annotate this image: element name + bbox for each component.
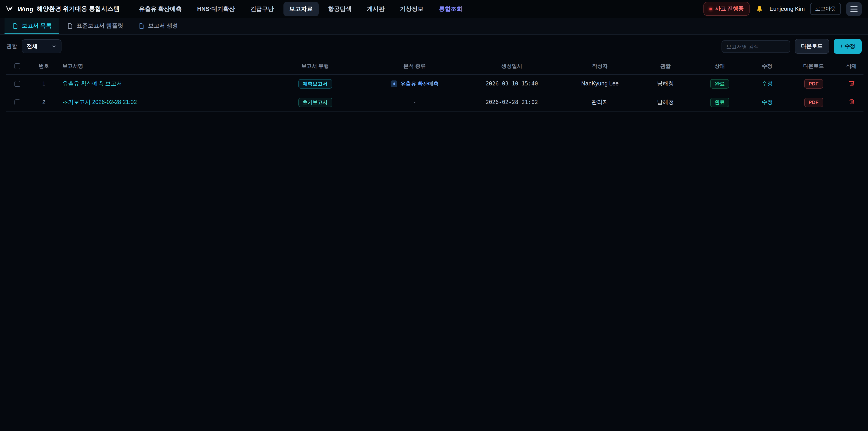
download-button[interactable]: 다운로드 [795, 39, 829, 54]
analysis-type: 유출유 확산예측 [367, 74, 462, 93]
nav-item[interactable]: 유출유 확산예측 [133, 2, 188, 16]
column-header: 수정 [747, 58, 787, 74]
nav-item[interactable]: 기상정보 [394, 2, 429, 16]
row-checkbox[interactable] [14, 99, 20, 105]
create-report-icon [138, 23, 145, 29]
notification-bell-icon[interactable] [755, 4, 764, 13]
report-name-link[interactable]: 유출유 확산예측 보고서 [62, 80, 122, 87]
tab-label: 보고서 생성 [148, 22, 178, 30]
tab-label: 표준보고서 템플릿 [76, 22, 123, 30]
select-all-checkbox[interactable] [14, 63, 20, 69]
row-number: 2 [28, 93, 60, 112]
column-header: 상태 [692, 58, 747, 74]
toolbar: 관할 전체 다운로드 + 수정 [0, 35, 868, 54]
tab[interactable]: 보고서 생성 [131, 18, 186, 34]
nav-item[interactable]: HNS·대기확산 [191, 2, 241, 16]
delete-button[interactable] [848, 80, 855, 86]
hamburger-menu-icon[interactable] [846, 2, 862, 16]
report-table-body: 1 유출유 확산예측 보고서 예측보고서 유출유 확산예측 2026-03-10… [6, 74, 864, 112]
template-icon [67, 23, 73, 29]
nav-item[interactable]: 보고자료 [283, 2, 318, 16]
column-header: 분석 종류 [367, 58, 462, 74]
incident-label: 사고 진행중 [715, 5, 744, 13]
toolbar-filters: 관할 전체 [6, 39, 61, 53]
report-search-input[interactable] [721, 40, 790, 53]
chevron-down-icon [52, 44, 57, 49]
created-at: 2026-02-28 21:02 [462, 93, 561, 112]
status-badge: 완료 [710, 97, 729, 107]
nav-item[interactable]: 게시판 [361, 2, 391, 16]
report-table: 번호보고서명보고서 유형분석 종류생성일시작성자관할상태수정다운로드삭제 1 유… [0, 54, 868, 112]
jurisdiction-value: 전체 [27, 42, 37, 50]
main-nav: 유출유 확산예측HNS·대기확산긴급구난보고자료항공탐색게시판기상정보통합조회 [133, 2, 704, 16]
row-number: 1 [28, 74, 60, 93]
column-header: 보고서 유형 [263, 58, 367, 74]
nav-item[interactable]: 항공탐색 [322, 2, 358, 16]
created-at: 2026-03-10 15:40 [462, 74, 561, 93]
report-type-badge: 초기보고서 [298, 97, 332, 107]
tab[interactable]: 표준보고서 템플릿 [59, 18, 131, 34]
table-row: 1 유출유 확산예측 보고서 예측보고서 유출유 확산예측 2026-03-10… [6, 74, 864, 93]
pdf-download-button[interactable]: PDF [804, 97, 823, 107]
tabbar: 보고서 목록표준보고서 템플릿보고서 생성 [0, 18, 868, 35]
nav-right: 사고 진행중 Eunjeong Kim 로그아웃 [704, 2, 862, 16]
app-root: Wing 해양환경 위기대응 통합시스템 유출유 확산예측HNS·대기확산긴급구… [0, 0, 868, 431]
author-name: NanKyung Lee [561, 74, 638, 93]
logout-button[interactable]: 로그아웃 [810, 3, 841, 15]
incident-status-badge: 사고 진행중 [704, 2, 750, 16]
table-header-row: 번호보고서명보고서 유형분석 종류생성일시작성자관할상태수정다운로드삭제 [6, 58, 864, 74]
author-name: 관리자 [561, 93, 638, 112]
app-title: 해양환경 위기대응 통합시스템 [37, 5, 120, 13]
jurisdiction-select[interactable]: 전체 [22, 39, 61, 53]
incident-dot-icon [709, 7, 712, 10]
nav-item[interactable]: 통합조회 [433, 2, 468, 16]
tab-label: 보고서 목록 [22, 22, 52, 30]
logo-text: Wing [18, 5, 34, 12]
column-header: 삭제 [839, 58, 864, 74]
delete-button[interactable] [848, 98, 855, 105]
user-name: Eunjeong Kim [770, 6, 805, 12]
create-button[interactable]: + 수정 [833, 39, 862, 54]
edit-link[interactable]: 수정 [762, 80, 773, 87]
tab[interactable]: 보고서 목록 [4, 18, 59, 34]
table-row: 2 초기보고서 2026-02-28 21:02 초기보고서 - 2026-02… [6, 93, 864, 112]
report-list-icon [12, 23, 18, 29]
jurisdiction-label: 관할 [6, 42, 17, 50]
report-name-link[interactable]: 초기보고서 2026-02-28 21:02 [62, 99, 137, 105]
status-badge: 완료 [710, 79, 729, 88]
analysis-chip: 유출유 확산예측 [391, 80, 438, 87]
column-header: 관할 [638, 58, 692, 74]
column-header: 작성자 [561, 58, 638, 74]
nav-item[interactable]: 긴급구난 [244, 2, 280, 16]
report-type-badge: 예측보고서 [298, 79, 332, 88]
column-header: 번호 [28, 58, 60, 74]
row-checkbox[interactable] [14, 81, 20, 87]
region: 남해청 [638, 74, 692, 93]
select-all-header [6, 58, 28, 74]
droplet-icon [391, 80, 397, 87]
analysis-label: 유출유 확산예측 [401, 80, 438, 87]
top-navbar: Wing 해양환경 위기대응 통합시스템 유출유 확산예측HNS·대기확산긴급구… [0, 0, 868, 18]
toolbar-actions: 다운로드 + 수정 [721, 39, 862, 54]
column-header: 생성일시 [462, 58, 561, 74]
column-header: 다운로드 [787, 58, 839, 74]
wing-logo-icon [6, 6, 14, 12]
analysis-type: - [367, 93, 462, 112]
column-header: 보고서명 [60, 58, 263, 74]
edit-link[interactable]: 수정 [762, 99, 773, 105]
brand[interactable]: Wing 해양환경 위기대응 통합시스템 [6, 5, 120, 13]
region: 남해청 [638, 93, 692, 112]
pdf-download-button[interactable]: PDF [804, 79, 823, 88]
